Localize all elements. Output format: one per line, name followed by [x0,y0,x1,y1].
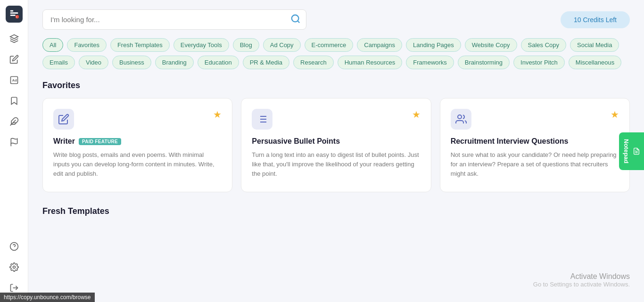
chip-favorites[interactable]: Favorites [67,38,106,52]
star-icon[interactable]: ★ [412,109,421,120]
chip-research[interactable]: Research [293,56,334,69]
svg-rect-2 [10,15,15,16]
sidebar: ! Ad [0,0,28,302]
svg-point-15 [292,15,299,22]
search-icon [290,14,301,26]
edit-icon[interactable] [6,51,23,68]
sidebar-logo[interactable]: ! [6,6,23,23]
card-title: Recruitment Interview Questions [451,137,619,146]
chip-sales-copy[interactable]: Sales Copy [521,38,566,52]
chip-education[interactable]: Education [198,56,239,69]
card-title: Writer PAID FEATURE [53,137,222,146]
search-row: 10 Credits Left [42,9,630,30]
chip-everyday-tools[interactable]: Everyday Tools [173,38,229,52]
chip-ad-copy[interactable]: Ad Copy [263,38,301,52]
layers-icon[interactable] [6,30,23,47]
card-header: ★ [53,109,222,130]
chip-website-copy[interactable]: Website Copy [465,38,517,52]
chip-blog[interactable]: Blog [233,38,259,52]
card-description: Not sure what to ask your candidate? Or … [451,150,619,179]
chip-all[interactable]: All [42,38,63,52]
favorites-section-title: Favorites [42,81,630,90]
chip-fresh-templates[interactable]: Fresh Templates [110,38,170,52]
card-recruitment-interview-questions[interactable]: ★ Recruitment Interview Questions Not su… [440,98,630,192]
card-description: Write blog posts, emails and even poems.… [53,150,222,179]
chip-video[interactable]: Video [79,56,108,69]
card-writer[interactable]: ★ Writer PAID FEATURE Write blog posts, … [42,98,232,192]
notepad-label: Notepad [623,139,630,163]
chip-human-resources[interactable]: Human Resources [338,56,403,69]
chip-campaigns[interactable]: Campaigns [357,38,402,52]
star-icon[interactable]: ★ [611,109,619,120]
chips-container: AllFavoritesFresh TemplatesEveryday Tool… [42,38,630,69]
svg-rect-0 [10,10,13,12]
chip-investor-pitch[interactable]: Investor Pitch [513,56,565,69]
chip-frameworks[interactable]: Frameworks [406,56,454,69]
chip-pr-media[interactable]: PR & Media [243,56,289,69]
help-icon[interactable] [6,238,23,255]
card-icon-writer [53,109,74,130]
chip-brainstorming[interactable]: Brainstorming [458,56,510,69]
search-container [42,9,306,30]
chip-emails[interactable]: Emails [42,56,75,69]
svg-point-13 [13,266,15,269]
notepad-button[interactable]: Notepad [619,132,644,170]
status-url: https://copy.unbounce.com/browse [4,294,91,301]
chip-business[interactable]: Business [112,56,151,69]
card-description: Turn a long text into an easy to digest … [252,150,420,179]
ad-icon[interactable]: Ad [6,72,23,89]
chip-miscellaneous[interactable]: Miscellaneous [569,56,621,69]
puzzle-icon[interactable] [6,113,23,130]
flag-icon[interactable] [6,134,23,151]
card-icon-persuasive-bullet-points [252,109,272,130]
settings-icon[interactable] [6,259,23,276]
card-persuasive-bullet-points[interactable]: ★ Persuasive Bullet Points Turn a long t… [241,98,431,192]
star-icon[interactable]: ★ [213,109,222,120]
chip-branding[interactable]: Branding [155,56,194,69]
svg-text:!: ! [16,16,17,18]
chip-social-media[interactable]: Social Media [570,38,619,52]
credits-badge: 10 Credits Left [561,11,630,28]
main-content: 10 Credits Left AllFavoritesFresh Templa… [28,0,644,302]
search-input[interactable] [42,9,306,30]
chip-landing-pages[interactable]: Landing Pages [406,38,461,52]
bookmark-icon[interactable] [6,92,23,109]
svg-line-16 [297,21,299,23]
svg-point-23 [458,115,462,119]
card-title: Persuasive Bullet Points [252,137,420,146]
card-icon-recruitment-interview-questions [451,109,471,130]
status-bar: https://copy.unbounce.com/browse [0,293,95,302]
paid-badge: PAID FEATURE [79,138,121,145]
chip-e-commerce[interactable]: E-commerce [305,38,354,52]
svg-marker-5 [10,35,18,39]
fresh-templates-section-title: Fresh Templates [42,206,630,216]
favorites-cards-grid: ★ Writer PAID FEATURE Write blog posts, … [42,98,630,192]
svg-rect-1 [10,12,18,14]
card-header: ★ [451,109,619,130]
card-header: ★ [252,109,420,130]
svg-text:Ad: Ad [12,78,17,82]
